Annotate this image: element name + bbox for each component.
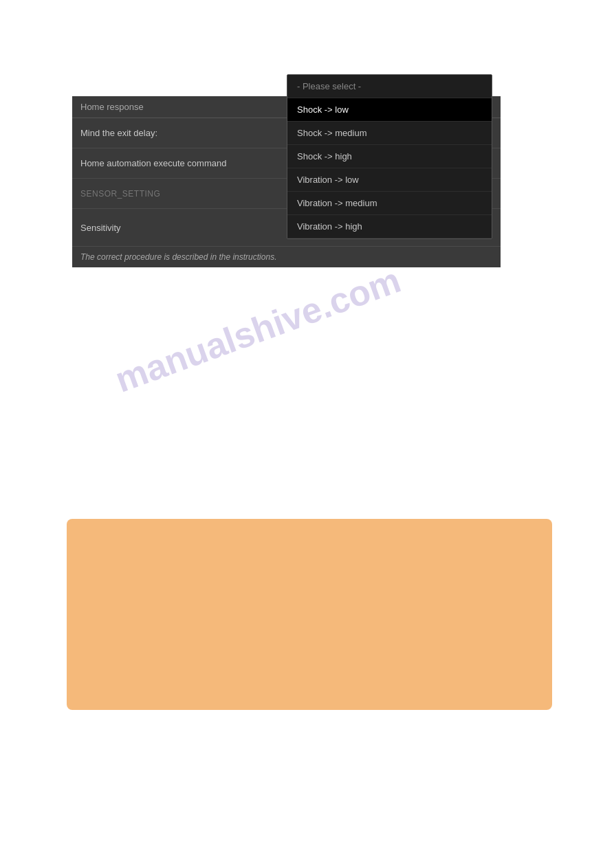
sensitivity-label: Sensitivity: [80, 223, 287, 233]
watermark: manualshive.com: [105, 258, 410, 402]
settings-panel: Home response File response Mind the exi…: [72, 96, 501, 267]
dropdown-item-shock-medium[interactable]: Shock -> medium: [287, 122, 492, 145]
dropdown-item-vibration-medium[interactable]: Vibration -> medium: [287, 192, 492, 215]
sensitivity-dropdown[interactable]: Shock -> low ▼ - Please select - Shock -…: [287, 216, 492, 239]
orange-box: [67, 519, 552, 710]
panel-footer-hint: The correct procedure is described in th…: [72, 247, 501, 267]
dropdown-item-shock-high[interactable]: Shock -> high: [287, 145, 492, 168]
dropdown-item-vibration-low[interactable]: Vibration -> low: [287, 168, 492, 192]
dropdown-item-shock-low[interactable]: Shock -> low: [287, 98, 492, 122]
sensitivity-dropdown-menu: - Please select - Shock -> low Shock -> …: [287, 74, 492, 239]
watermark-text: manualshive.com: [110, 260, 406, 400]
exit-delay-label: Mind the exit delay:: [80, 128, 287, 138]
home-automation-label: Home automation execute command: [80, 158, 287, 168]
dropdown-item-please-select[interactable]: - Please select -: [287, 75, 492, 98]
dropdown-item-vibration-high[interactable]: Vibration -> high: [287, 215, 492, 238]
sensitivity-row: Sensitivity Shock -> low ▼ - Please sele…: [72, 209, 501, 247]
footer-hint-text: The correct procedure is described in th…: [80, 252, 276, 262]
